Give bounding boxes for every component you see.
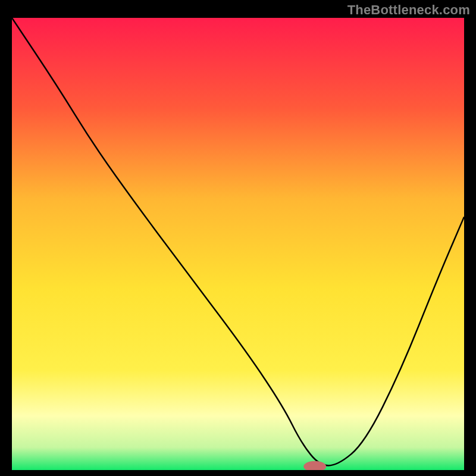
chart-frame: TheBottleneck.com (0, 0, 476, 476)
chart-svg (12, 18, 464, 470)
plot-area (12, 18, 464, 470)
watermark-text: TheBottleneck.com (347, 2, 470, 18)
gradient-background (12, 18, 464, 470)
